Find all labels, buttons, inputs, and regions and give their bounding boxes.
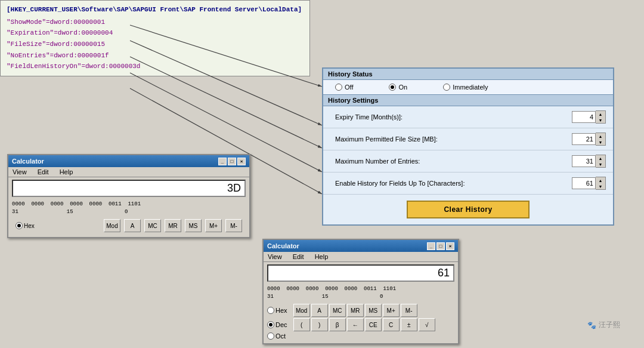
calc2-mplus-btn[interactable]: M+	[383, 304, 400, 317]
entries-input[interactable]	[572, 155, 596, 167]
radio-immediately-label: Immediately	[453, 84, 488, 91]
calc2-oct-mode[interactable]: Oct	[267, 332, 286, 340]
calc2-menu-help[interactable]: Help	[313, 252, 330, 261]
fieldlen-increment[interactable]: ▲	[596, 177, 605, 183]
expiry-spinner-buttons: ▲ ▼	[596, 110, 606, 124]
fieldlen-spinner[interactable]: ▲ ▼	[572, 177, 606, 190]
calc2-binary: 0000 0000 0000 0000 0000 0011 1101 31 15…	[264, 284, 458, 301]
calc1-mr-btn[interactable]: MR	[165, 219, 181, 232]
filesize-spinner[interactable]: ▲ ▼	[572, 133, 606, 146]
calc2-mc-btn[interactable]: MC	[329, 304, 346, 317]
setting-row-entries: Maximum Number of Entries: ▲ ▼	[323, 150, 613, 173]
calc2-c-btn[interactable]: C	[383, 318, 400, 331]
calc1-menu-view[interactable]: View	[11, 168, 29, 176]
calc2-a-btn[interactable]: A	[311, 304, 328, 317]
calc2-hex-mode[interactable]: Hex	[267, 307, 287, 314]
radio-off[interactable]: Off	[335, 84, 353, 91]
expiry-spinner[interactable]: ▲ ▼	[572, 110, 606, 124]
registry-area: [HKEY_CURRENT_USER\Software\SAP\SAPGUI F…	[0, 0, 310, 76]
history-settings-title: History Settings	[323, 95, 613, 106]
calc1-maximize-button[interactable]: □	[228, 158, 236, 165]
reg-entry-2: "FileSize"=dword:00000015	[7, 39, 304, 50]
calc2-dec-mode[interactable]: Dec	[267, 321, 287, 328]
calc2-row2: Dec ( ) β ← CE C ± √	[267, 318, 454, 331]
calc1-mode-row: Hex Mod A MC MR MS M+ M-	[12, 219, 246, 235]
entries-decrement[interactable]: ▼	[596, 161, 605, 167]
watermark-icon: 🐾	[587, 321, 596, 329]
calc1-hex-label: Hex	[24, 223, 35, 229]
calc2-maximize-button[interactable]: □	[436, 242, 445, 250]
calc1-ms-btn[interactable]: MS	[185, 219, 202, 232]
calc2-mod-btn[interactable]: Mod	[293, 304, 310, 317]
calc2-menu-view[interactable]: View	[266, 252, 284, 261]
filesize-input[interactable]	[572, 133, 596, 145]
calc1-mplus-btn[interactable]: M+	[205, 219, 222, 232]
calc2-buttons: Hex Mod A MC MR MS M+ M- Dec ( ) β ← CE …	[264, 301, 458, 343]
expiry-decrement[interactable]: ▼	[596, 117, 605, 123]
calc2-open-paren-btn[interactable]: (	[293, 318, 310, 331]
radio-on[interactable]: On	[389, 84, 407, 91]
fieldlen-input[interactable]	[572, 177, 596, 189]
calc2-row3: Oct	[267, 332, 454, 340]
calc1-hex-mode[interactable]: Hex	[16, 222, 35, 229]
calc1-binary-line2: 31 15 0	[12, 208, 246, 216]
calc2-menu-edit[interactable]: Edit	[291, 252, 306, 261]
filesize-decrement[interactable]: ▼	[596, 139, 605, 145]
setting-row-fieldlen: Enable History for Fields Up To [Charact…	[323, 173, 613, 195]
calc1-a-btn[interactable]: A	[124, 219, 141, 232]
calc2-plusminus-btn[interactable]: ±	[401, 318, 417, 331]
calc2-oct-radio	[267, 332, 274, 340]
entries-spinner[interactable]: ▲ ▼	[572, 155, 606, 168]
calc2-binary-line2: 31 15 0	[267, 293, 454, 301]
calc1-title: Calculator	[12, 158, 218, 165]
calc1-close-button[interactable]: ×	[237, 158, 246, 165]
calc2-mr-btn[interactable]: MR	[347, 304, 364, 317]
entries-label: Maximum Number of Entries:	[335, 158, 420, 165]
clear-history-button[interactable]: Clear History	[407, 201, 529, 218]
calc2-ce-btn[interactable]: CE	[365, 318, 382, 331]
calc1-mod-btn[interactable]: Mod	[104, 219, 120, 232]
calculator2-window: Calculator _ □ × View Edit Help 61 0000 …	[262, 239, 459, 344]
radio-circle-on	[389, 84, 396, 91]
radio-immediately[interactable]: Immediately	[443, 84, 488, 91]
calc1-buttons: Hex Mod A MC MR MS M+ M-	[8, 217, 249, 237]
calc2-ms-btn[interactable]: MS	[365, 304, 382, 317]
calc2-minimize-button[interactable]: _	[427, 242, 435, 250]
calc2-titlebar: Calculator _ □ ×	[264, 240, 458, 252]
calc2-oct-label: Oct	[275, 332, 286, 340]
calc1-win-buttons: _ □ ×	[218, 158, 246, 165]
calc2-close-paren-btn[interactable]: )	[311, 318, 328, 331]
fieldlen-decrement[interactable]: ▼	[596, 183, 605, 189]
calc1-mc-btn[interactable]: MC	[144, 219, 161, 232]
calc2-dec-label: Dec	[275, 321, 287, 328]
expiry-increment[interactable]: ▲	[596, 111, 605, 117]
calc1-menubar: View Edit Help	[8, 167, 249, 177]
calc1-minimize-button[interactable]: _	[218, 158, 227, 165]
calc1-mminus-btn[interactable]: M-	[225, 219, 242, 232]
fieldlen-label: Enable History for Fields Up To [Charact…	[335, 180, 465, 187]
calc1-hex-radio	[16, 222, 23, 229]
calc2-sqrt-btn[interactable]: √	[419, 318, 435, 331]
calc1-binary-line1: 0000 0000 0000 0000 0000 0011 1101	[12, 201, 246, 208]
calc1-binary: 0000 0000 0000 0000 0000 0011 1101 31 15…	[8, 199, 249, 217]
calc2-close-button[interactable]: ×	[446, 242, 454, 250]
history-status-radio-group: Off On Immediately	[323, 80, 613, 95]
expiry-input[interactable]	[572, 111, 596, 123]
calc2-backspace-btn[interactable]: ←	[347, 318, 364, 331]
calc2-mode-row: Hex Mod A MC MR MS M+ M-	[267, 304, 454, 317]
calc1-menu-help[interactable]: Help	[58, 168, 75, 176]
setting-row-filesize: Maximum Permitted File Size [MB]: ▲ ▼	[323, 128, 613, 150]
fieldlen-spinner-buttons: ▲ ▼	[596, 177, 606, 190]
calc2-win-buttons: _ □ ×	[427, 242, 454, 250]
reg-entry-0: "ShowMode"=dword:00000001	[7, 17, 304, 28]
calc1-menu-edit[interactable]: Edit	[36, 168, 51, 176]
calc2-beta-btn[interactable]: β	[329, 318, 346, 331]
filesize-increment[interactable]: ▲	[596, 133, 605, 139]
reg-entry-1: "Expiration"=dword:00000004	[7, 27, 304, 39]
clear-history-row: Clear History	[323, 195, 613, 224]
history-settings-section: History Settings Expiry Time [Month(s)]:…	[323, 95, 613, 224]
radio-circle-immediately	[443, 84, 450, 91]
entries-increment[interactable]: ▲	[596, 155, 605, 161]
calc2-mminus-btn[interactable]: M-	[401, 304, 417, 317]
watermark-text: 汪子熙	[599, 320, 620, 330]
